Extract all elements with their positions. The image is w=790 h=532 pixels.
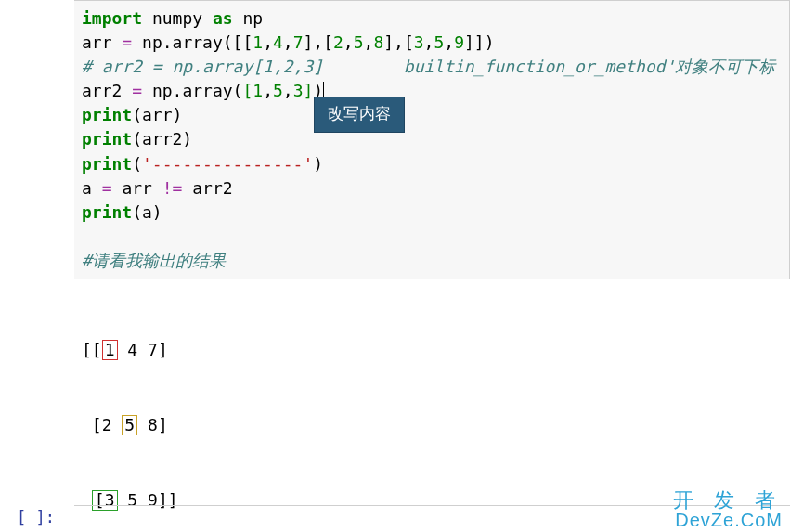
- code-line-9: print(a): [82, 201, 782, 225]
- alias-name: np: [242, 8, 263, 28]
- code-line-1: import numpy as np: [82, 6, 782, 31]
- rewrite-tooltip[interactable]: 改写内容: [314, 97, 405, 133]
- tooltip-label: 改写内容: [328, 105, 391, 123]
- highlight-gold: 5: [122, 415, 137, 435]
- code-line-3: # arr2 = np.array[1,2,3] builtin_functio…: [82, 55, 782, 79]
- code-line-11: #请看我输出的结果: [82, 249, 782, 273]
- highlight-red: 1: [102, 340, 118, 360]
- module-name: numpy: [152, 8, 202, 28]
- keyword-as: as: [213, 8, 233, 28]
- code-line-2: arr = np.array([[1,4,7],[2,5,8],[3,5,9]]…: [82, 31, 782, 55]
- code-line-4: arr2 = np.array([1,5,3]): [82, 79, 782, 103]
- comment: #请看我输出的结果: [82, 251, 226, 270]
- output-area: [[1 4 7] [2 5 8] [3 5 9]] [1 5 3] ------…: [74, 279, 790, 532]
- comment-tail: builtin_function_or_method'对象不可下标: [404, 57, 776, 76]
- code-line-5: print(arr): [82, 103, 782, 127]
- output-row-1: [[1 4 7]: [82, 337, 790, 362]
- code-line-8: a = arr != arr2: [82, 176, 782, 201]
- highlight-green: [3: [92, 490, 118, 511]
- code-line-6: print(arr2): [82, 127, 782, 151]
- code-line-7: print('---------------'): [82, 152, 782, 176]
- input-prompt[interactable]: [ ]:: [17, 508, 55, 526]
- code-line-10: [82, 225, 782, 249]
- output-row-3: [3 5 9]]: [82, 487, 790, 513]
- output-row-2: [2 5 8]: [82, 412, 790, 437]
- keyword-import: import: [82, 8, 142, 28]
- comment: # arr2 = np.array[1,2,3]: [82, 57, 323, 76]
- code-cell[interactable]: import numpy as np arr = np.array([[1,4,…: [74, 0, 790, 279]
- cell-divider: [74, 505, 790, 506]
